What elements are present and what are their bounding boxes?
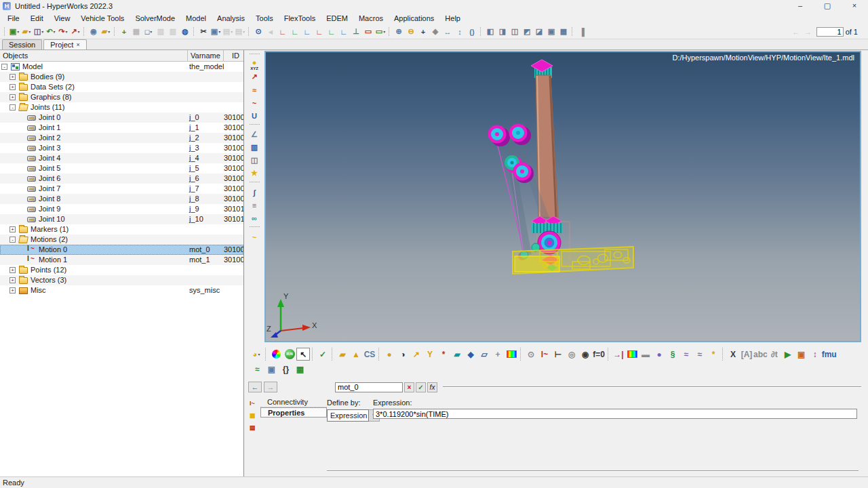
next-page-icon[interactable]: → [802, 26, 814, 37]
previous-page-icon[interactable]: ← [790, 26, 802, 37]
io-arrows-icon[interactable]: ↕ [808, 348, 822, 361]
zoom-lens-icon[interactable]: ⊙ [252, 26, 264, 37]
tree-item-label[interactable]: Joint 2 [39, 133, 60, 143]
tree-expander[interactable] [18, 206, 24, 212]
tree-row[interactable]: + Bodies (9) [0, 72, 243, 82]
tree-expander[interactable] [18, 257, 24, 263]
view-yz-icon[interactable]: ∟ [338, 26, 350, 37]
table-icon[interactable]: ▦ [294, 363, 307, 375]
tree-item-label[interactable]: Model [22, 62, 43, 72]
tree-item-label[interactable]: Joint 3 [39, 143, 60, 153]
user-view-icon[interactable]: ▭ [374, 26, 387, 37]
tree-item-label[interactable]: Markers (1) [31, 224, 68, 235]
view-zy-icon[interactable]: ∟ [326, 26, 338, 37]
copy-icon[interactable]: ▣ [210, 26, 222, 37]
curve-tool-icon[interactable]: ∫ [248, 186, 261, 198]
tree-expander[interactable] [18, 186, 24, 192]
vector-entity-icon[interactable]: ↗ [410, 348, 423, 361]
tree-item-label[interactable]: Graphics (8) [31, 92, 72, 102]
tree-expander[interactable]: - [9, 104, 16, 110]
tree-item-label[interactable]: Motions (2) [31, 235, 68, 245]
cg-entity-icon[interactable]: ◑ [396, 348, 410, 361]
tree-row[interactable]: Joint 9 j_9 301010 [0, 204, 243, 214]
color-wheel-icon[interactable] [269, 348, 283, 361]
select-cursor-icon[interactable]: ↖ [296, 348, 310, 361]
view-yx-icon[interactable]: ∟ [289, 26, 301, 37]
page-star-icon[interactable]: ★ [248, 167, 261, 179]
motion-panel-icon[interactable]: I~ [248, 399, 258, 407]
contour-plot-icon[interactable] [625, 348, 639, 361]
tree-expander[interactable]: + [9, 267, 16, 273]
marker-entity-icon[interactable]: * [437, 348, 450, 361]
tree-row[interactable]: Joint 3 j_3 301004 [0, 143, 243, 153]
cylinder-tool-icon[interactable]: ▬ [639, 348, 652, 361]
open-session-icon[interactable]: ▰ [20, 26, 33, 37]
braces-icon[interactable]: {} [279, 363, 292, 375]
tree-item-label[interactable]: Joint 7 [39, 184, 60, 194]
view-xz-icon[interactable]: ∟ [301, 26, 313, 37]
tree-expander[interactable] [18, 196, 24, 202]
paste-window-icon[interactable]: ◩ [521, 26, 533, 37]
expand-page-icon[interactable]: ▥ [155, 26, 167, 37]
vector-draw-icon[interactable]: ↗ [248, 71, 261, 83]
report-template-icon[interactable]: ▣ [265, 363, 278, 375]
tree-expander[interactable] [18, 135, 24, 141]
tree-item-label[interactable]: Points (12) [31, 265, 66, 275]
import-model-icon[interactable]: ▰ [336, 348, 349, 361]
undo-icon[interactable]: ↶ [45, 26, 57, 37]
beam-tool-icon[interactable]: ≈ [693, 348, 707, 361]
menu-item[interactable]: Macros [353, 13, 389, 24]
tree-row[interactable]: Joint 1 j_1 301002 [0, 123, 243, 133]
save-session-icon[interactable]: ◫ [33, 26, 45, 37]
user-profile-icon[interactable]: ◉ [87, 26, 100, 37]
menu-item[interactable]: EDEM [321, 13, 353, 24]
tree-row[interactable]: Motion 0 mot_0 301001 [0, 245, 243, 255]
organize-sessions-icon[interactable]: ▰ [100, 26, 112, 37]
polyline-icon[interactable]: ≈ [248, 84, 261, 96]
motion-tool-icon[interactable]: I~ [538, 348, 551, 361]
maximize-button[interactable]: ▢ [814, 0, 841, 12]
derivative-icon[interactable]: ∂t [768, 348, 781, 361]
view-iso-icon[interactable]: ⊥ [350, 26, 362, 37]
tree-row[interactable]: Joint 10 j_10 301011 [0, 214, 243, 224]
view-xy-icon[interactable]: ∟ [277, 26, 289, 37]
tab-properties[interactable]: Properties [260, 407, 327, 418]
tree-row[interactable]: + Data Sets (2) [0, 82, 243, 92]
boundary-tool-icon[interactable]: →| [612, 348, 625, 361]
delete-page-icon[interactable]: ▦ [130, 26, 142, 37]
tree-item-label[interactable]: Bodies (9) [31, 72, 64, 82]
vertical-arrows-icon[interactable]: ↕ [454, 26, 466, 37]
zoom-window-icon[interactable]: ⊕ [393, 26, 405, 37]
cs-folder-icon[interactable]: CS [363, 348, 376, 361]
cut-icon[interactable]: ✂ [197, 26, 210, 37]
tree-expander[interactable] [18, 145, 24, 151]
apply-button[interactable]: ✓ [416, 382, 426, 392]
pan-hand-icon[interactable]: ◈ [429, 26, 441, 37]
tree-row[interactable]: + Markers (1) [0, 224, 243, 235]
tree-item-label[interactable]: Joint 0 [39, 113, 60, 123]
stereo-glasses-icon[interactable]: ∞ [248, 212, 261, 224]
bushing-tool-icon[interactable]: ≈ [679, 348, 693, 361]
menu-item[interactable]: SolverMode [130, 13, 180, 24]
solver-run-icon[interactable]: ▶ [781, 348, 795, 361]
dynamic-zoom-icon[interactable]: ⊖ [405, 26, 417, 37]
tree-expander[interactable] [18, 155, 24, 161]
publish-session-icon[interactable]: ◍ [179, 26, 191, 37]
column-id[interactable]: ID [224, 50, 243, 61]
tree-row[interactable]: Joint 5 j_5 301006 [0, 163, 243, 174]
matrix-icon[interactable]: [A] [740, 348, 753, 361]
tree-item-label[interactable]: Joints (11) [31, 102, 65, 113]
tree-expander[interactable] [18, 216, 24, 222]
previous-view-icon[interactable]: ◄ [264, 26, 277, 37]
tab-project[interactable]: Project × [43, 39, 87, 49]
tree-row[interactable]: Joint 8 j_8 301009 [0, 194, 243, 204]
tree-item-label[interactable]: Joint 10 [39, 214, 65, 224]
run-solver-icon[interactable]: RUN [283, 348, 296, 361]
menu-item[interactable]: Model [180, 13, 212, 24]
tree-item-label[interactable]: Motion 0 [39, 245, 67, 255]
tab-close-icon[interactable]: × [76, 40, 79, 49]
tree-item-label[interactable]: Joint 6 [39, 174, 60, 184]
book-panel-icon[interactable]: ▤ [248, 423, 258, 432]
tree-expander[interactable]: + [9, 74, 16, 80]
menu-item[interactable]: FlexTools [279, 13, 321, 24]
